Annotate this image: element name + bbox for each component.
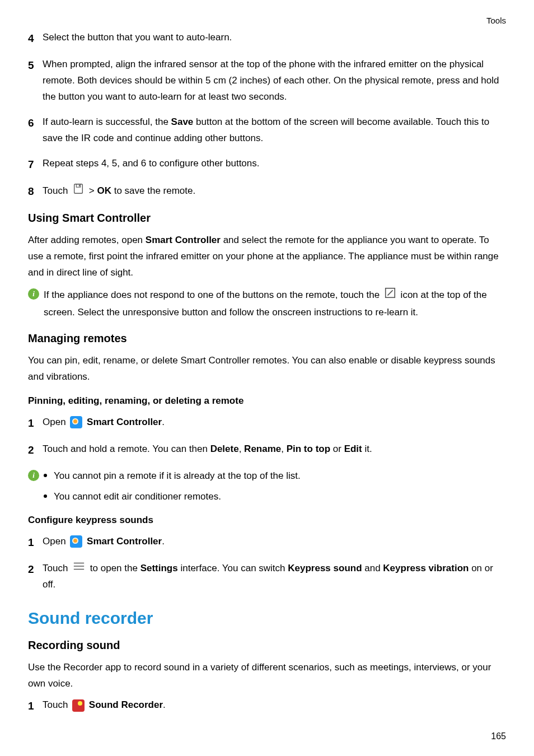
text-post: . <box>162 417 165 427</box>
text-post: . <box>162 536 165 547</box>
smart-controller-app-icon <box>70 535 82 548</box>
step-number: 1 <box>28 414 43 432</box>
info-text: If the appliance does not respond to one… <box>44 287 506 321</box>
sound-recorder-app-icon <box>72 699 85 712</box>
text-pre: Touch and hold a remote. You can then <box>43 444 210 454</box>
edit-square-icon <box>384 287 396 305</box>
step-5: 5 When prompted, align the infrared sens… <box>28 57 506 105</box>
recorder-paragraph: Use the Recorder app to record sound in … <box>28 660 506 692</box>
text-pre: Touch <box>43 185 71 196</box>
using-paragraph: After adding remotes, open Smart Control… <box>28 232 506 281</box>
text-bold: Smart Controller <box>87 536 162 547</box>
text-pre: If auto-learn is successful, the <box>43 116 171 127</box>
step-text: If auto-learn is successful, the Save bu… <box>43 114 506 147</box>
step-number: 4 <box>28 30 43 48</box>
text-m: or <box>330 444 344 454</box>
text-bold: Settings <box>140 563 178 573</box>
step-text: Touch and hold a remote. You can then De… <box>43 441 506 459</box>
step-number: 5 <box>28 57 43 105</box>
text-pre: Open <box>43 417 68 427</box>
svg-line-4 <box>387 290 392 295</box>
step-text: Touch > OK to save the remote. <box>43 183 506 200</box>
header-label: Tools <box>28 16 506 25</box>
step-number: 2 <box>28 561 43 593</box>
text-post: it. <box>362 444 372 454</box>
step-text: When prompted, align the infrared sensor… <box>43 57 506 105</box>
heading-recording-sound: Recording sound <box>28 639 506 652</box>
text-bold: Keypress vibration <box>383 563 469 573</box>
pinning-step-2: 2 Touch and hold a remote. You can then … <box>28 441 506 459</box>
heading-configure-keypress: Configure keypress sounds <box>28 515 506 526</box>
note-bullet-1: You cannot pin a remote if it is already… <box>44 468 506 483</box>
heading-managing-remotes: Managing remotes <box>28 332 506 345</box>
text-pre: Touch <box>43 563 71 573</box>
step-7: 7 Repeat steps 4, 5, and 6 to configure … <box>28 156 506 174</box>
text-mid: > <box>89 185 97 196</box>
heading-sound-recorder: Sound recorder <box>28 609 506 628</box>
step-text: Select the button that you want to auto-… <box>43 30 506 48</box>
step-text: Touch Sound Recorder. <box>43 697 506 715</box>
cfg-step-2: 2 Touch to open the Settings interface. … <box>28 561 506 593</box>
smart-controller-app-icon <box>70 416 82 428</box>
step-number: 6 <box>28 114 43 147</box>
info-icon: i <box>28 470 39 481</box>
text-bold: Edit <box>344 444 362 454</box>
text-post: to save the remote. <box>111 185 195 196</box>
info-icon: i <box>28 288 39 300</box>
managing-paragraph: You can pin, edit, rename, or delete Sma… <box>28 353 506 385</box>
text-pre: Open <box>43 536 68 547</box>
bullet-text: You cannot pin a remote if it is already… <box>54 468 301 483</box>
text-mid: to open the <box>90 563 140 573</box>
text-pre: Touch <box>43 699 71 710</box>
text-post: . <box>163 699 166 710</box>
text-m: , <box>239 444 244 454</box>
text-pre: If the appliance does not respond to one… <box>44 290 382 300</box>
step-6: 6 If auto-learn is successful, the Save … <box>28 114 506 147</box>
step-number: 7 <box>28 156 43 174</box>
save-disk-icon <box>72 183 85 200</box>
text-bold: Smart Controller <box>87 417 162 427</box>
text-mid: interface. You can switch <box>178 563 288 573</box>
menu-hamburger-icon <box>73 561 85 577</box>
text-bold: OK <box>97 185 111 196</box>
step-8: 8 Touch > OK to save the remote. <box>28 183 506 200</box>
text-m: , <box>281 444 286 454</box>
text-bold: Rename <box>244 444 281 454</box>
step-number: 1 <box>28 534 43 552</box>
info-note: i You cannot pin a remote if it is alrea… <box>28 468 506 504</box>
info-note: i If the appliance does not respond to o… <box>28 287 506 321</box>
step-text: Repeat steps 4, 5, and 6 to configure ot… <box>43 156 506 174</box>
step-4: 4 Select the button that you want to aut… <box>28 30 506 48</box>
svg-rect-0 <box>74 184 83 194</box>
text-pre: After adding remotes, open <box>28 235 146 245</box>
text-bold: Sound Recorder <box>89 699 163 710</box>
pinning-step-1: 1 Open Smart Controller. <box>28 414 506 432</box>
text-bold: Save <box>171 116 194 127</box>
text-bold: Keypress sound <box>288 563 362 573</box>
cfg-step-1: 1 Open Smart Controller. <box>28 534 506 552</box>
heading-using-smart-controller: Using Smart Controller <box>28 212 506 225</box>
text-bold: Pin to top <box>287 444 330 454</box>
bullet-dot-icon <box>44 494 47 498</box>
heading-pinning: Pinning, editing, renaming, or deleting … <box>28 395 506 407</box>
recorder-step-1: 1 Touch Sound Recorder. <box>28 697 506 715</box>
bullet-text: You cannot edit air conditioner remotes. <box>54 489 221 504</box>
svg-rect-2 <box>79 185 80 186</box>
step-text: Open Smart Controller. <box>43 534 506 552</box>
text-bold: Smart Controller <box>146 235 221 245</box>
text-mid: and <box>362 563 383 573</box>
step-number: 1 <box>28 697 43 715</box>
step-number: 2 <box>28 441 43 459</box>
bullet-dot-icon <box>44 474 47 477</box>
note-bullet-2: You cannot edit air conditioner remotes. <box>44 489 506 504</box>
text-bold: Delete <box>210 444 239 454</box>
step-text: Open Smart Controller. <box>43 414 506 432</box>
step-number: 8 <box>28 183 43 200</box>
page-number: 165 <box>491 731 506 741</box>
step-text: Touch to open the Settings interface. Yo… <box>43 561 506 593</box>
